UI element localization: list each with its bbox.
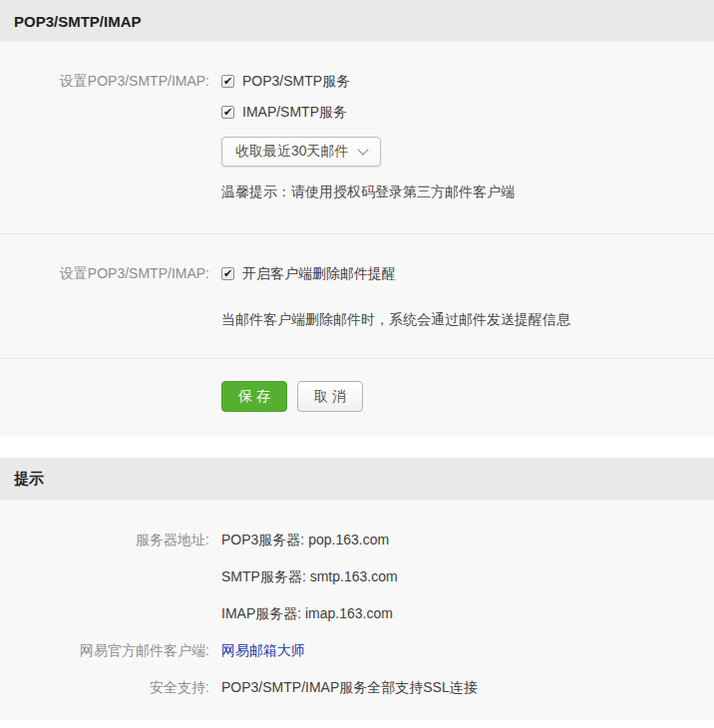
service-settings-label: 设置POP3/SMTP/IMAP:	[0, 74, 209, 199]
official-client-label: 网易官方邮件客户端:	[0, 643, 209, 658]
cancel-button[interactable]: 取 消	[297, 381, 363, 412]
server-address-row: 服务器地址: POP3服务器: pop.163.com SMTP服务器: smt…	[0, 533, 714, 621]
checkmark-icon: ✔	[223, 76, 232, 87]
official-client-row: 网易官方邮件客户端: 网易邮箱大师	[0, 643, 714, 658]
pop3-smtp-checkbox[interactable]: ✔	[221, 75, 234, 88]
imap-server-value: IMAP服务器: imap.163.com	[221, 606, 398, 621]
chevron-down-icon	[357, 144, 368, 155]
pop3-smtp-checkbox-label: POP3/SMTP服务	[242, 74, 350, 89]
smtp-server-value: SMTP服务器: smtp.163.com	[221, 569, 398, 584]
security-support-value: POP3/SMTP/IMAP服务全部支持SSL连接	[221, 680, 478, 695]
delete-notice-checkbox-row[interactable]: ✔ 开启客户端删除邮件提醒	[221, 266, 570, 281]
server-address-values: POP3服务器: pop.163.com SMTP服务器: smtp.163.c…	[221, 533, 398, 621]
mail-master-link[interactable]: 网易邮箱大师	[221, 642, 305, 658]
delete-notice-checkbox-label: 开启客户端删除邮件提醒	[242, 266, 396, 281]
delete-notice-settings-row: 设置POP3/SMTP/IMAP: ✔ 开启客户端删除邮件提醒 当邮件客户端删除…	[0, 234, 714, 358]
tips-section-body: 服务器地址: POP3服务器: pop.163.com SMTP服务器: smt…	[0, 500, 714, 720]
mail-settings-page: POP3/SMTP/IMAP 设置POP3/SMTP/IMAP: ✔ POP3/…	[0, 0, 714, 720]
tips-title: 提示	[14, 470, 44, 489]
checkmark-icon: ✔	[223, 268, 232, 279]
checkmark-icon: ✔	[223, 107, 232, 118]
save-button[interactable]: 保 存	[221, 381, 287, 412]
tips-section-header: 提示	[0, 458, 714, 500]
service-settings-content: ✔ POP3/SMTP服务 ✔ IMAP/SMTP服务 收取最近30天邮件 温馨…	[221, 74, 515, 199]
delete-notice-checkbox[interactable]: ✔	[221, 267, 234, 280]
fetch-range-dropdown-value: 收取最近30天邮件	[235, 143, 349, 161]
pop3-smtp-service-checkbox-row[interactable]: ✔ POP3/SMTP服务	[221, 74, 515, 89]
pop3-smtp-imap-section-body: 设置POP3/SMTP/IMAP: ✔ POP3/SMTP服务 ✔ IMAP/S…	[0, 42, 714, 436]
section-title: POP3/SMTP/IMAP	[14, 13, 142, 30]
imap-smtp-service-checkbox-row[interactable]: ✔ IMAP/SMTP服务	[221, 105, 515, 120]
section-gap	[0, 436, 714, 458]
delete-notice-settings-label: 设置POP3/SMTP/IMAP:	[0, 266, 209, 327]
auth-code-hint: 温馨提示：请使用授权码登录第三方邮件客户端	[221, 184, 515, 199]
form-actions: 保 存 取 消	[0, 359, 714, 436]
imap-smtp-checkbox[interactable]: ✔	[221, 106, 234, 119]
fetch-range-dropdown[interactable]: 收取最近30天邮件	[221, 137, 381, 167]
delete-notice-description: 当邮件客户端删除邮件时，系统会通过邮件发送提醒信息	[221, 312, 570, 327]
pop3-smtp-imap-section-header: POP3/SMTP/IMAP	[0, 0, 714, 42]
security-support-row: 安全支持: POP3/SMTP/IMAP服务全部支持SSL连接	[0, 680, 714, 695]
service-settings-row: 设置POP3/SMTP/IMAP: ✔ POP3/SMTP服务 ✔ IMAP/S…	[0, 42, 714, 233]
pop3-server-value: POP3服务器: pop.163.com	[221, 533, 398, 547]
delete-notice-settings-content: ✔ 开启客户端删除邮件提醒 当邮件客户端删除邮件时，系统会通过邮件发送提醒信息	[221, 266, 570, 327]
server-address-label: 服务器地址:	[0, 533, 209, 621]
security-support-label: 安全支持:	[0, 680, 209, 695]
imap-smtp-checkbox-label: IMAP/SMTP服务	[242, 105, 347, 120]
